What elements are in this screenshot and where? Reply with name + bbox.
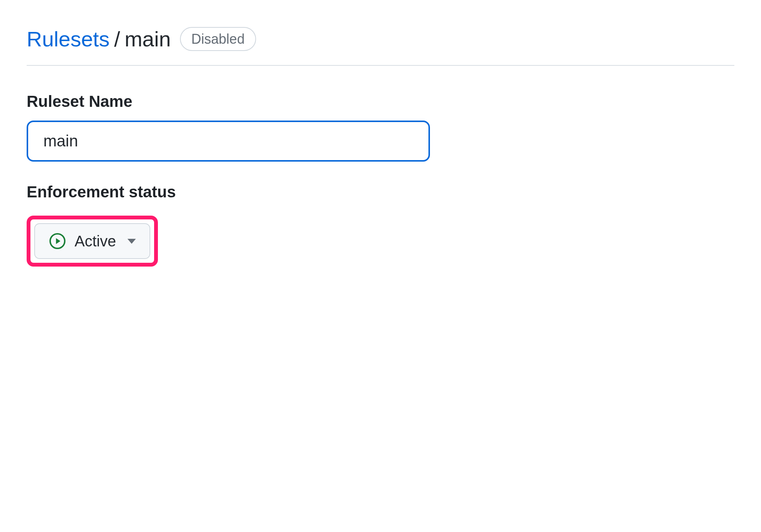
breadcrumb-parent-link[interactable]: Rulesets [27, 27, 110, 51]
enforcement-status-field-group: Enforcement status Active [27, 183, 734, 267]
ruleset-name-input[interactable] [27, 121, 430, 162]
enforcement-status-label: Enforcement status [27, 183, 734, 201]
enforcement-status-dropdown[interactable]: Active [34, 223, 150, 259]
status-badge: Disabled [180, 27, 256, 51]
ruleset-name-label: Ruleset Name [27, 92, 734, 111]
play-circle-icon [49, 232, 66, 250]
chevron-down-icon [127, 239, 136, 244]
breadcrumb: Rulesets / main [27, 27, 171, 51]
enforcement-status-selected: Active [75, 233, 116, 250]
header-divider [27, 65, 734, 66]
ruleset-name-field-group: Ruleset Name [27, 92, 734, 162]
breadcrumb-separator: / [114, 27, 120, 51]
enforcement-highlight-box: Active [27, 216, 158, 267]
breadcrumb-current: main [124, 27, 170, 51]
page-header: Rulesets / main Disabled [27, 27, 734, 51]
